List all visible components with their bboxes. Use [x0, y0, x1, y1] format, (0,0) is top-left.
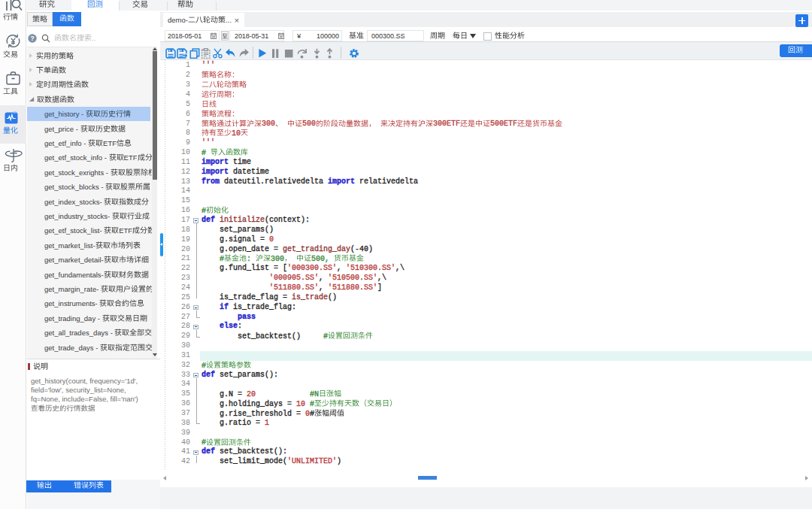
svg-text:?: ?: [30, 35, 35, 42]
